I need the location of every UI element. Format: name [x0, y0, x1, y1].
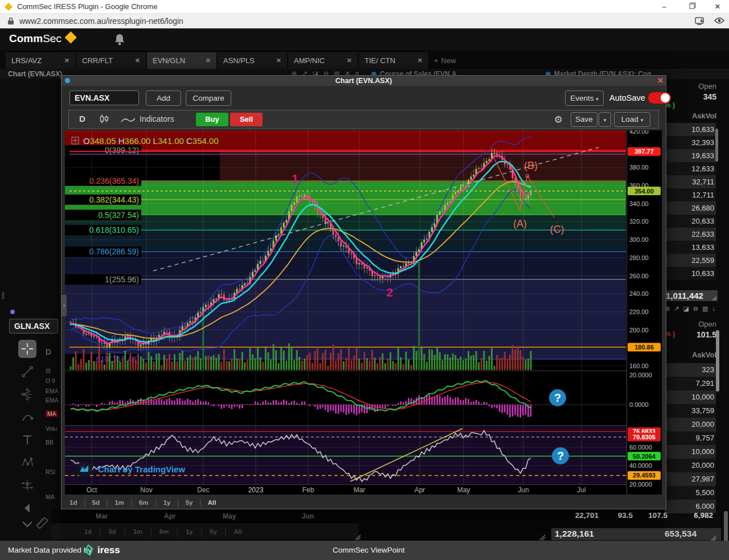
- svg-text:?: ?: [554, 392, 561, 404]
- askvol-cell: 10,000: [665, 390, 716, 404]
- svg-text:70.8305: 70.8305: [633, 434, 656, 440]
- resize-handle-icon[interactable]: [539, 534, 546, 541]
- range-5d[interactable]: 5d: [92, 499, 100, 506]
- autosave-toggle[interactable]: [648, 92, 671, 104]
- mini-range-5d[interactable]: 5d: [109, 528, 116, 535]
- svg-text:29.4593: 29.4593: [633, 472, 656, 479]
- svg-text:Feb: Feb: [302, 486, 314, 494]
- chart-symbol-input[interactable]: EVN.ASX: [69, 90, 139, 105]
- tab-close-icon[interactable]: ✕: [135, 57, 140, 64]
- screen: CommSec IRESS Plugin - Google Chrome – ✕…: [0, 0, 729, 560]
- askvol-cell: 12,711: [665, 188, 716, 201]
- askvol-list-bottom: 3237,29110,00033,75920,0009,75710,00020,…: [665, 363, 716, 513]
- settings-gear-icon[interactable]: ⚙: [554, 114, 563, 125]
- iress-logo: iress: [83, 544, 120, 557]
- svg-text:380.00: 380.00: [629, 164, 649, 171]
- columns-icon[interactable]: ▥: [702, 305, 708, 312]
- resize-handle-icon[interactable]: [711, 295, 717, 301]
- open-label: Open: [665, 82, 716, 90]
- scrollbar-thumb[interactable]: [716, 330, 719, 392]
- url-text[interactable]: www2.commsec.com.au/iressplugin-net6/log…: [19, 17, 183, 26]
- eye-icon[interactable]: [714, 17, 724, 24]
- tab-crr-flt[interactable]: CRR/FLT✕: [76, 52, 146, 69]
- scrollbar-thumb[interactable]: [715, 129, 718, 162]
- popout-icon[interactable]: ◪: [683, 305, 689, 312]
- range-5y[interactable]: 5y: [186, 499, 193, 506]
- collapse-icon[interactable]: ⊖: [693, 305, 698, 312]
- chart-sell-button[interactable]: Sell: [230, 113, 263, 126]
- load-dropdown[interactable]: Load ▾: [614, 112, 650, 127]
- mini-range-1y[interactable]: 1y: [186, 528, 193, 535]
- crosshair-tool[interactable]: [18, 340, 36, 358]
- expand-icon[interactable]: ↗: [674, 305, 679, 312]
- restore-button[interactable]: [681, 1, 704, 13]
- range-1d[interactable]: 1d: [69, 499, 77, 506]
- pane-grip[interactable]: ∥: [1, 291, 5, 299]
- indicator-dot-icon: [10, 310, 15, 314]
- tab-lrs-avz[interactable]: LRS/AVZ✕: [6, 52, 75, 69]
- tab-close-icon[interactable]: ✕: [206, 57, 211, 64]
- brand-bold: Comm: [9, 32, 43, 44]
- range-1m[interactable]: 1m: [114, 499, 124, 506]
- compare-button[interactable]: Compare: [186, 90, 231, 106]
- install-icon[interactable]: [695, 17, 705, 26]
- indicators-button[interactable]: Indicators: [140, 114, 174, 123]
- forecast-tool[interactable]: [18, 476, 36, 495]
- askvol-cell: 32,393: [665, 136, 716, 149]
- download-icon[interactable]: ↓: [712, 305, 715, 312]
- close-button[interactable]: ✕: [706, 1, 729, 13]
- interval-button[interactable]: D: [79, 114, 85, 123]
- mini-range-6m[interactable]: 6m: [159, 528, 169, 535]
- svg-text:Chart by TradingView: Chart by TradingView: [98, 464, 185, 474]
- tab-amp-nic[interactable]: AMP/NIC✕: [288, 52, 358, 69]
- mini-range-1m[interactable]: 1m: [133, 528, 142, 535]
- svg-text:420.00: 420.00: [629, 130, 649, 135]
- modal-close-button[interactable]: ✕: [657, 76, 664, 86]
- mini-range-1d[interactable]: 1d: [84, 528, 92, 535]
- modal-header[interactable]: Chart (EVN.ASX) ✕: [62, 76, 666, 86]
- text-tool[interactable]: [18, 431, 36, 449]
- xabcd-pattern-tool[interactable]: [18, 454, 36, 472]
- tab-evn-gln[interactable]: EVN/GLN✕: [147, 52, 216, 69]
- bell-icon[interactable]: [114, 33, 125, 46]
- tab-close-icon[interactable]: ✕: [417, 57, 423, 64]
- svg-text:?: ?: [557, 450, 564, 462]
- tab-close-icon[interactable]: ✕: [276, 57, 281, 64]
- minimize-button[interactable]: –: [653, 1, 675, 13]
- svg-text:Oct: Oct: [87, 486, 97, 494]
- range-1y[interactable]: 1y: [163, 499, 171, 506]
- save-options-caret[interactable]: ▾: [599, 112, 611, 127]
- sidebar-expander[interactable]: ›: [62, 295, 67, 316]
- resize-handle-icon[interactable]: [354, 534, 361, 541]
- lock-icon: [7, 17, 14, 25]
- chart-buy-button[interactable]: Buy: [196, 113, 228, 126]
- svg-text:160.00: 160.00: [629, 363, 649, 369]
- askvol-cell: 9,757: [665, 431, 716, 445]
- tab-close-icon[interactable]: ✕: [64, 57, 69, 64]
- candlestick-style-icon[interactable]: [99, 113, 109, 126]
- new-tab-button[interactable]: +New: [429, 52, 470, 69]
- add-button[interactable]: Add: [146, 90, 181, 106]
- tab-tie-ctn[interactable]: TIE/ CTN✕: [359, 52, 428, 69]
- trendline-tool[interactable]: [18, 363, 36, 381]
- url-bar[interactable]: www2.commsec.com.au/iressplugin-net6/log…: [0, 14, 729, 28]
- ruler-icon[interactable]: [34, 515, 50, 531]
- arc-tool[interactable]: [18, 408, 36, 426]
- events-dropdown[interactable]: Events ▾: [565, 90, 604, 106]
- range-6m[interactable]: 6m: [139, 499, 149, 506]
- svg-text:1: 1: [292, 172, 298, 185]
- mini-range-All[interactable]: All: [234, 528, 242, 535]
- price-chart[interactable]: 0(399.12)0.236(365.34)0.382(344.43)0.5(3…: [65, 130, 662, 495]
- restore-icon: [689, 2, 696, 9]
- depth-totals-bar: 1,228,161 653,534: [551, 528, 721, 540]
- pitchfork-tool[interactable]: [18, 385, 36, 403]
- range-All[interactable]: All: [208, 499, 216, 506]
- tab-close-icon[interactable]: ✕: [347, 57, 352, 64]
- market-data-label: Market Data provided by: [8, 546, 92, 554]
- mini-range-5y[interactable]: 5y: [210, 528, 217, 535]
- svg-text:0.382(344.43): 0.382(344.43): [89, 195, 139, 204]
- background-symbol-input[interactable]: GLN.ASX: [9, 319, 58, 333]
- tab-asn-pls[interactable]: ASN/PLS✕: [218, 52, 287, 69]
- save-button[interactable]: Save: [571, 112, 597, 127]
- autosave-label: AutoSave: [609, 93, 645, 102]
